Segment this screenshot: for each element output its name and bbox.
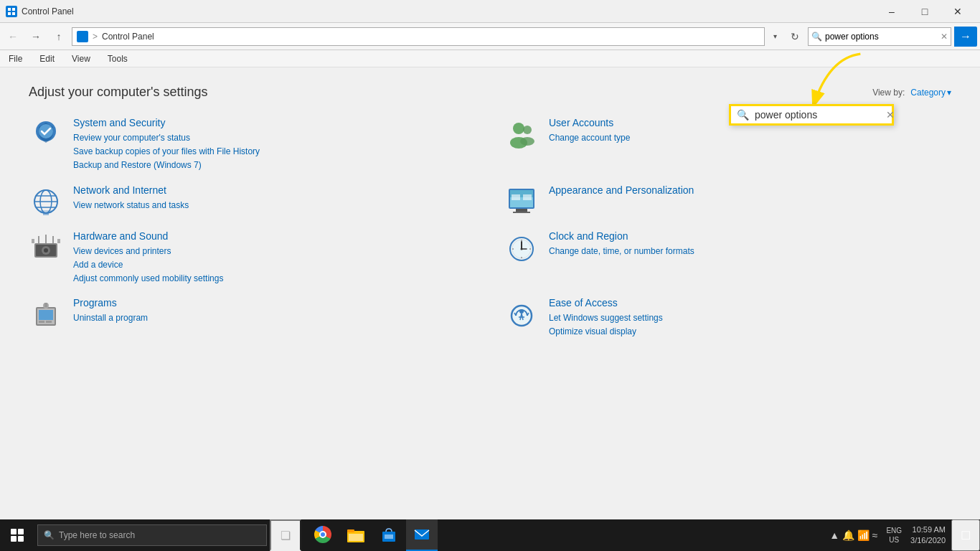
- view-by: View by: Category ▾: [872, 88, 951, 98]
- breadcrumb: > Control Panel: [72, 27, 765, 46]
- user-accounts-icon: [504, 117, 539, 151]
- svg-rect-15: [40, 210, 52, 213]
- forward-button[interactable]: →: [26, 27, 46, 47]
- menu-bar: File Edit View Tools: [0, 50, 980, 67]
- clock-title[interactable]: Clock and Region: [549, 230, 951, 242]
- title-bar-title: Control Panel: [22, 6, 74, 17]
- backup-link[interactable]: Save backup copies of your files with Fi…: [73, 145, 476, 159]
- category-hardware: Hardware and Sound View devices and prin…: [29, 230, 476, 286]
- view-by-label: View by:: [872, 88, 905, 98]
- clear-search-button[interactable]: ✕: [938, 32, 951, 42]
- start-button[interactable]: [0, 519, 34, 551]
- close-button[interactable]: ✕: [941, 0, 974, 23]
- appearance-text: Appearance and Personalization: [549, 184, 951, 199]
- menu-tools[interactable]: Tools: [105, 52, 131, 65]
- svg-rect-49: [44, 303, 47, 307]
- view-by-dropdown[interactable]: Category ▾: [910, 88, 951, 98]
- up-button[interactable]: ↑: [49, 27, 69, 47]
- address-bar: ← → ↑ > Control Panel ▾ ↻ 🔍 ✕ →: [0, 23, 980, 50]
- add-device-link[interactable]: Add a device: [73, 258, 476, 272]
- review-computer-link[interactable]: Review your computer's status: [73, 131, 476, 145]
- uninstall-link[interactable]: Uninstall a program: [73, 311, 476, 325]
- svg-rect-16: [43, 213, 49, 215]
- menu-view[interactable]: View: [69, 52, 93, 65]
- taskbar-outlook[interactable]: [406, 519, 438, 551]
- refresh-button[interactable]: ↻: [785, 27, 805, 47]
- backup-restore-link[interactable]: Backup and Restore (Windows 7): [73, 159, 476, 172]
- network-text: Network and Internet View network status…: [73, 184, 476, 212]
- svg-rect-45: [39, 310, 53, 320]
- search-input[interactable]: [825, 32, 938, 42]
- taskbar-time: 10:59 AM 3/16/2020: [905, 524, 951, 547]
- categories-grid: System and Security Review your computer…: [29, 117, 951, 339]
- search-overlay-input[interactable]: [755, 109, 880, 121]
- category-network: Network and Internet View network status…: [29, 184, 476, 219]
- programs-icon: [29, 297, 63, 331]
- category-appearance: Appearance and Personalization: [504, 184, 951, 219]
- go-button[interactable]: →: [954, 27, 977, 47]
- search-overlay-box: 🔍 ✕: [729, 104, 894, 126]
- optimize-visual-link[interactable]: Optimize visual display: [549, 325, 951, 339]
- svg-rect-28: [32, 239, 34, 243]
- notification-button[interactable]: ☐: [951, 519, 980, 551]
- main-content: Adjust your computer's settings View by:…: [0, 67, 980, 519]
- menu-edit[interactable]: Edit: [37, 52, 57, 65]
- network-status-link[interactable]: View network status and tasks: [73, 199, 476, 212]
- svg-rect-23: [523, 194, 532, 200]
- change-date-link[interactable]: Change date, time, or number formats: [549, 245, 951, 258]
- system-security-icon: [29, 117, 63, 151]
- back-button[interactable]: ←: [3, 27, 23, 47]
- menu-file[interactable]: File: [6, 52, 25, 65]
- taskbar-apps: [307, 519, 438, 551]
- change-account-link[interactable]: Change account type: [549, 131, 951, 145]
- category-clock: Clock and Region Change date, time, or n…: [504, 230, 951, 286]
- svg-rect-46: [39, 321, 44, 323]
- network-icon: [29, 184, 63, 219]
- programs-text: Programs Uninstall a program: [73, 297, 476, 325]
- suggest-settings-link[interactable]: Let Windows suggest settings: [549, 311, 951, 325]
- hardware-icon: [29, 230, 63, 265]
- taskbar-store[interactable]: [373, 519, 405, 551]
- breadcrumb-dropdown[interactable]: ▾: [768, 27, 782, 46]
- svg-rect-0: [8, 8, 11, 11]
- svg-rect-21: [513, 212, 530, 213]
- taskbar-search[interactable]: 🔍 Type here to search: [37, 524, 267, 546]
- ease-access-text: Ease of Access Let Windows suggest setti…: [549, 297, 951, 339]
- taskbar-chrome[interactable]: [307, 519, 339, 551]
- title-bar-icon: [6, 6, 17, 17]
- ease-access-title[interactable]: Ease of Access: [549, 297, 951, 309]
- address-search-container: 🔍 ✕: [808, 27, 951, 46]
- svg-rect-61: [349, 534, 363, 541]
- taskbar-file-explorer[interactable]: [340, 519, 372, 551]
- hardware-title[interactable]: Hardware and Sound: [73, 230, 476, 242]
- task-view-button[interactable]: ❏: [270, 519, 301, 551]
- programs-title[interactable]: Programs: [73, 297, 476, 309]
- category-system-security: System and Security Review your computer…: [29, 117, 476, 173]
- devices-printers-link[interactable]: View devices and printers: [73, 245, 476, 258]
- mobility-link[interactable]: Adjust commonly used mobility settings: [73, 272, 476, 286]
- minimize-button[interactable]: –: [875, 0, 908, 23]
- breadcrumb-icon: [77, 31, 88, 42]
- search-icon: 🔍: [809, 32, 825, 42]
- maximize-button[interactable]: □: [908, 0, 941, 23]
- taskbar-search-icon: 🔍: [44, 530, 55, 540]
- taskbar-language: ENG US: [883, 526, 905, 545]
- system-security-title[interactable]: System and Security: [73, 117, 476, 128]
- svg-rect-60: [347, 529, 354, 532]
- svg-rect-20: [516, 209, 527, 212]
- ease-access-icon: [504, 297, 539, 331]
- network-title[interactable]: Network and Internet: [73, 184, 476, 196]
- svg-point-27: [44, 248, 48, 253]
- search-overlay-clear[interactable]: ✕: [886, 109, 895, 121]
- system-security-text: System and Security Review your computer…: [73, 117, 476, 173]
- svg-rect-22: [512, 194, 520, 200]
- appearance-title[interactable]: Appearance and Personalization: [549, 184, 951, 196]
- svg-rect-1: [12, 8, 15, 11]
- search-overlay-icon: 🔍: [737, 109, 749, 121]
- appearance-icon: [504, 184, 539, 219]
- svg-rect-29: [57, 239, 60, 243]
- taskbar-search-text: Type here to search: [59, 530, 135, 540]
- svg-point-9: [520, 137, 534, 146]
- clock-icon: [504, 230, 539, 265]
- svg-rect-64: [415, 529, 429, 540]
